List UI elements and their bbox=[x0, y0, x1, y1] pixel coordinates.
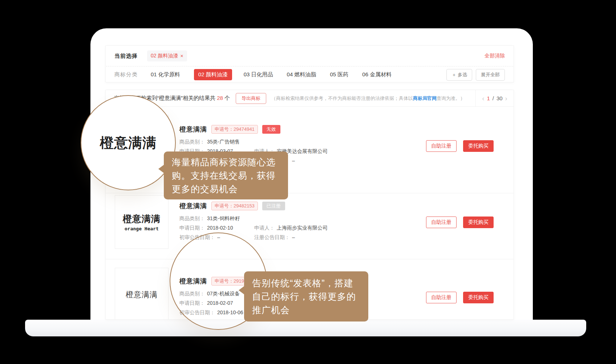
page-background: 当前选择 02 颜料油漆 × 全部清除 商标分类 01 化学原料 02 颜料油漆… bbox=[0, 0, 616, 364]
category-row: 商标分类 01 化学原料 02 颜料油漆 03 日化用品 04 燃料油脂 05 … bbox=[106, 66, 514, 83]
current-selection-row: 当前选择 02 颜料油漆 × 全部清除 bbox=[106, 46, 514, 66]
application-number-badge: 申请号：29474941 bbox=[211, 125, 258, 134]
status-badge-invalid: 无效 bbox=[262, 125, 280, 134]
tooltip-marketplace: 海量精品商标资源随心选 购。支持在线交易，获得 更多的交易机会 bbox=[164, 151, 288, 199]
results-disclaimer: （商标检索结果仅供参考，不作为商标能否注册的法律依据；具体以商标局官网查询为准。… bbox=[271, 95, 465, 102]
trademark-name[interactable]: 橙意满满 bbox=[179, 202, 207, 210]
category-item-03[interactable]: 03 日化用品 bbox=[244, 71, 273, 78]
current-page: 1 bbox=[487, 95, 490, 101]
application-number-badge: 申请号：29482153 bbox=[211, 202, 258, 210]
expand-all-button[interactable]: 展开全部 bbox=[476, 69, 505, 81]
category-item-05[interactable]: 05 医药 bbox=[330, 71, 348, 78]
page-separator: / bbox=[493, 95, 494, 101]
trademark-name[interactable]: 橙意满满 bbox=[179, 125, 207, 134]
status-badge-registered: 已注册 bbox=[262, 202, 285, 210]
trademark-image-3[interactable]: 橙意满满 bbox=[115, 268, 169, 320]
total-pages: 30 bbox=[497, 95, 503, 101]
self-register-button[interactable]: 自助注册 bbox=[426, 217, 457, 228]
category-item-04[interactable]: 04 燃料油脂 bbox=[287, 71, 316, 78]
category-item-01[interactable]: 01 化学原料 bbox=[151, 71, 180, 78]
entrust-buy-button[interactable]: 委托购买 bbox=[463, 217, 494, 228]
category-item-02-selected[interactable]: 02 颜料油漆 bbox=[194, 69, 232, 80]
self-register-button[interactable]: 自助注册 bbox=[426, 140, 457, 152]
trademark-office-link[interactable]: 商标局官网 bbox=[413, 96, 437, 101]
category-row-label: 商标分类 bbox=[114, 71, 138, 78]
tooltip-arrow-icon bbox=[239, 286, 244, 295]
selected-filter-tag-text: 02 颜料油漆 bbox=[151, 53, 178, 59]
laptop-base bbox=[25, 320, 586, 336]
trademark-image-subtext: orange Heart bbox=[125, 226, 159, 231]
filter-card: 当前选择 02 颜料油漆 × 全部清除 商标分类 01 化学原料 02 颜料油漆… bbox=[105, 45, 514, 82]
tooltip-arrow-icon bbox=[158, 165, 164, 173]
next-page-icon[interactable]: › bbox=[505, 95, 507, 102]
trademark-image-2[interactable]: 橙意满满 orange Heart bbox=[115, 195, 169, 249]
prev-page-icon[interactable]: ‹ bbox=[482, 95, 484, 102]
self-register-button[interactable]: 自助注册 bbox=[426, 292, 457, 303]
clear-all-button[interactable]: 全部清除 bbox=[485, 53, 505, 59]
export-trademarks-button[interactable]: 导出商标 bbox=[236, 93, 266, 104]
results-count: 28 bbox=[217, 95, 223, 101]
remove-tag-icon[interactable]: × bbox=[180, 53, 183, 59]
result-row-2: 橙意满满 orange Heart 橙意满满 申请号：29482153 已注册 … bbox=[106, 193, 514, 259]
multi-select-button[interactable]: ＋ 多选 bbox=[446, 69, 472, 81]
entrust-buy-button[interactable]: 委托购买 bbox=[463, 292, 494, 303]
magnifier-circle-top: 橙意满满 bbox=[81, 95, 176, 190]
category-item-06[interactable]: 06 金属材料 bbox=[362, 71, 392, 78]
magnified-trademark-text: 橙意满满 bbox=[100, 134, 157, 152]
tooltip-promotion: 告别传统“发表格”，搭建 自己的标行，获得更多的 推广机会 bbox=[244, 271, 368, 321]
current-selection-label: 当前选择 bbox=[114, 53, 138, 60]
results-header: 当前分类下检索到“橙意满满”相关的结果共 28 个 导出商标 （商标检索结果仅供… bbox=[106, 90, 514, 107]
selected-filter-tag[interactable]: 02 颜料油漆 × bbox=[147, 50, 187, 61]
entrust-buy-button[interactable]: 委托购买 bbox=[463, 140, 494, 152]
pagination: ‹ 1 / 30 › bbox=[475, 90, 514, 106]
